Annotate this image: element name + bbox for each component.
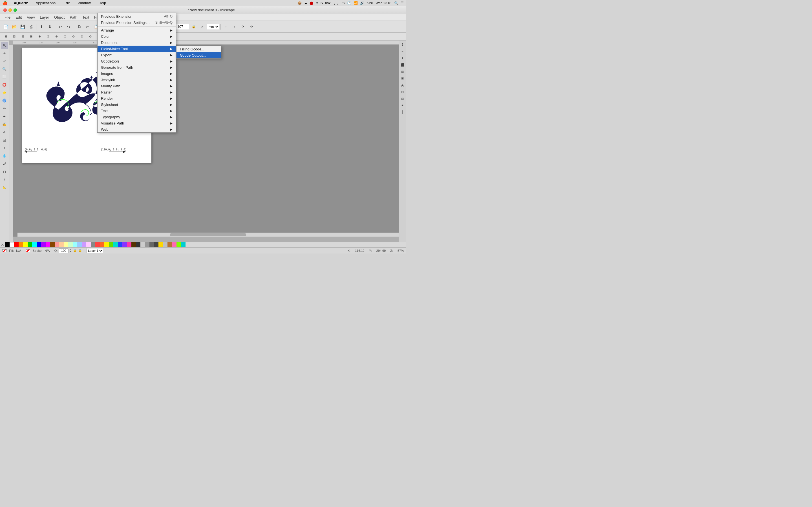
calligraphy-tool[interactable]: ✍ (1, 121, 8, 128)
palette-white[interactable] (10, 242, 14, 247)
connector-tool[interactable]: ⌇ (1, 144, 8, 152)
node-tool[interactable]: ⌖ (1, 50, 8, 57)
menu-previous-extension-settings[interactable]: Previous Extension Settings... Shift+Alt… (98, 19, 176, 25)
menu-path[interactable]: Path (67, 15, 80, 20)
palette-green-light[interactable] (68, 242, 73, 247)
snap-right-btn9[interactable]: ⊟ (400, 96, 405, 101)
transform-btn-1[interactable]: ↔ (222, 23, 230, 31)
palette-black[interactable] (5, 242, 10, 247)
transform-btn-3[interactable]: ⟳ (239, 23, 247, 31)
palette-hotpink[interactable] (127, 242, 132, 247)
eraser-tool[interactable]: ◻ (1, 168, 8, 175)
menu-text[interactable]: Text ▶ (98, 108, 176, 114)
menu-gcodetools[interactable]: Gcodetools ▶ (98, 58, 176, 64)
minimize-button[interactable] (8, 8, 12, 12)
palette-blue-light[interactable] (77, 242, 82, 247)
pencil-tool[interactable]: ✏ (1, 105, 8, 112)
menu-edit[interactable]: Edit (13, 15, 24, 20)
submenu-filling-gcode[interactable]: Filling Gcode... (176, 46, 221, 52)
palette-midgray[interactable] (145, 242, 149, 247)
transform-btn-2[interactable]: ↕ (231, 23, 238, 31)
new-button[interactable]: 📄 (2, 23, 10, 31)
palette-purple-light[interactable] (82, 242, 86, 247)
zoom-tool[interactable]: 🔍 (1, 65, 8, 73)
menu-color[interactable]: Color ▶ (98, 33, 176, 40)
menu-document[interactable]: Document ▶ (98, 40, 176, 46)
palette-cyan-light[interactable] (73, 242, 77, 247)
palette-gray[interactable] (91, 242, 95, 247)
palette-orange2[interactable] (100, 242, 104, 247)
snap-right-btn6[interactable]: ⊞ (400, 75, 405, 81)
palette-cyan[interactable] (32, 242, 37, 247)
menu-stylesheet[interactable]: Stylesheet ▶ (98, 101, 176, 108)
opacity-input[interactable] (59, 248, 68, 253)
tweak-tool[interactable]: ⤢ (1, 57, 8, 65)
menubar-xquartz[interactable]: XQuartz (12, 0, 30, 6)
snap-right-btn11[interactable]: ‖ (400, 109, 405, 115)
menubar-window[interactable]: Window (76, 0, 92, 6)
menu-previous-extension[interactable]: Previous Extension Alt+Q (98, 13, 176, 19)
search-icon[interactable]: 🔍 (394, 1, 398, 5)
stroke-swatch[interactable] (26, 249, 30, 252)
palette-gray2[interactable] (149, 242, 154, 247)
transform-btn-4[interactable]: ⟲ (247, 23, 255, 31)
lock-icon-status[interactable]: 🔓 (73, 249, 77, 252)
export-button[interactable]: ⬇ (46, 23, 54, 31)
palette-none[interactable]: ✕ (0, 242, 5, 247)
horizontal-scrollbar[interactable] (17, 232, 399, 237)
save-button[interactable]: 💾 (18, 23, 27, 31)
snap-btn8[interactable]: ⊚ (69, 33, 77, 41)
palette-pink-light[interactable] (55, 242, 59, 247)
palette-pink2[interactable] (172, 242, 176, 247)
palette-chartreuse[interactable] (176, 242, 181, 247)
palette-silver[interactable] (163, 242, 167, 247)
measure-tool[interactable]: 📐 (1, 184, 8, 191)
snap-right-btn1[interactable]: ⋮ (400, 42, 405, 47)
menu-modify-path[interactable]: Modify Path ▶ (98, 83, 176, 89)
submenu-gcode-output[interactable]: Gcode Output... (176, 52, 221, 58)
star-tool[interactable]: ⭐ (1, 89, 8, 96)
snap-right-btn8[interactable]: ⊠ (400, 89, 405, 95)
menubar-applications[interactable]: Applications (34, 0, 57, 6)
palette-yellow2[interactable] (104, 242, 109, 247)
lock-btn[interactable]: 🔒 (190, 23, 198, 31)
palette-violet[interactable] (122, 242, 127, 247)
snap-right-btn2[interactable]: ≡ (400, 48, 405, 54)
palette-darkbrown[interactable] (132, 242, 136, 247)
print-button[interactable]: 🖨 (27, 23, 35, 31)
menu-export[interactable]: Export ▶ (98, 52, 176, 58)
menu-typography[interactable]: Typography ▶ (98, 114, 176, 120)
snap-btn4[interactable]: ⊕ (36, 33, 43, 41)
control-strip-icon[interactable]: ☰ (401, 1, 404, 5)
gradient-tool[interactable]: ◱ (1, 136, 8, 144)
apple-menu[interactable]: 🍎 (2, 1, 8, 6)
undo-button[interactable]: ↩ (56, 23, 64, 31)
menu-images[interactable]: Images ▶ (98, 70, 176, 76)
palette-blue[interactable] (37, 242, 41, 247)
snap-right-btn4[interactable]: ⬛ (400, 62, 405, 68)
layer-select[interactable]: Layer 1 (87, 248, 103, 253)
open-button[interactable]: 📂 (10, 23, 18, 31)
rect-tool[interactable]: ⬜ (1, 73, 8, 80)
import-button[interactable]: ⬆ (38, 23, 45, 31)
canvas-area[interactable]: -250 -175 -150 -125 -100 (9, 41, 399, 242)
cut-button[interactable]: ✂ (84, 23, 92, 31)
palette-teal[interactable] (113, 242, 118, 247)
menu-generate-from-path[interactable]: Generate from Path ▶ (98, 64, 176, 70)
snap-right-btn10[interactable]: + (400, 103, 405, 108)
menu-visualize-path[interactable]: Visualize Path ▶ (98, 120, 176, 126)
maximize-button[interactable] (13, 8, 17, 12)
grid-btn[interactable]: ⊞ (2, 33, 10, 41)
palette-charcoal[interactable] (154, 242, 158, 247)
fill-swatch[interactable] (2, 249, 7, 252)
layer-lock-icon[interactable]: 🔒 (78, 249, 82, 252)
menu-layer[interactable]: Layer (38, 15, 51, 20)
unit-select[interactable]: mm px pt in cm (207, 24, 219, 30)
menu-arrange[interactable]: Arrange ▶ (98, 27, 176, 33)
snap-btn7[interactable]: ⊙ (61, 33, 69, 41)
menu-raster[interactable]: Raster ▶ (98, 89, 176, 95)
palette-pink[interactable] (86, 242, 91, 247)
snap-right-btn7[interactable]: A (400, 82, 405, 88)
menu-text[interactable]: Text (80, 15, 91, 20)
snap-right-btn5[interactable]: ⊡ (400, 69, 405, 74)
